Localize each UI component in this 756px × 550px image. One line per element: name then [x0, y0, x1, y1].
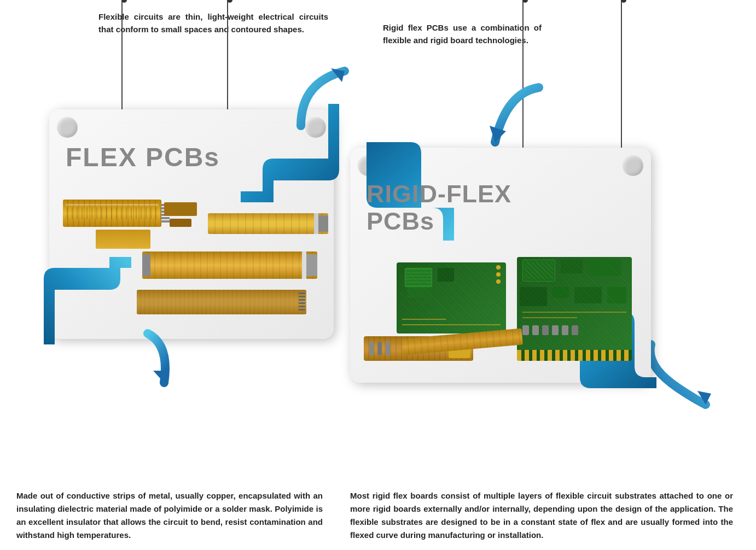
flex-bottom-description: Made out of conductive strips of metal, … — [16, 489, 323, 542]
nail-right-flex — [227, 0, 232, 3]
flex-card-title: FLEX PCBs — [66, 142, 220, 172]
string-left — [121, 0, 123, 126]
nail-left — [121, 0, 127, 3]
flex-pcb-card: FLEX PCBs — [49, 109, 334, 339]
page-container: Flexible circuits are thin, light-weight… — [0, 0, 756, 550]
string-right-flex — [227, 0, 228, 126]
nail-rigid-right — [621, 0, 626, 3]
arrow-flex-bottom — [109, 328, 181, 399]
flex-pcb-ribbon — [137, 290, 306, 314]
rigid-green-pcb-right — [517, 257, 632, 361]
rigid-pcb-images — [358, 257, 643, 372]
rigid-green-pcb-top — [397, 262, 506, 333]
flex-pcb-cable-1 — [208, 213, 328, 234]
rigid-bottom-description: Most rigid flex boards consist of multip… — [350, 489, 733, 542]
string-rigid-right — [621, 0, 622, 161]
rigid-card-title: RIGID-FLEX PCBs — [367, 180, 511, 235]
flex-pcb-images — [55, 194, 328, 331]
flex-pcb-cable-2 — [142, 251, 317, 279]
nail-rigid-left — [522, 0, 528, 3]
arrow-flex-to-rigid — [290, 66, 356, 131]
flex-top-description: Flexible circuits are thin, light-weight… — [98, 11, 328, 36]
rigid-top-description: Rigid flex PCBs use a combination of fle… — [383, 22, 542, 46]
rigid-flex-pcb-card: RIGID-FLEX PCBs — [350, 148, 651, 383]
arrow-to-rigid-card — [484, 82, 550, 148]
flex-pcb-top-connector — [63, 200, 208, 235]
